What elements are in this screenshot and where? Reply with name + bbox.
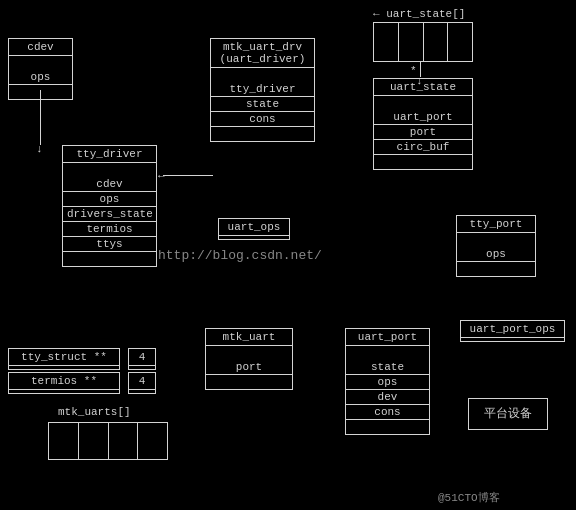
watermark: http://blog.csdn.net/ <box>158 248 322 263</box>
tty-port-box: tty_port ops <box>456 215 536 277</box>
num4a-label: 4 <box>129 349 155 366</box>
uart-state-title: uart_state <box>374 79 472 96</box>
mtk-uart-drv-box: mtk_uart_drv(uart_driver) tty_driver sta… <box>210 38 315 142</box>
uart-port-main-field-cons: cons <box>346 405 429 420</box>
tty-port-title: tty_port <box>457 216 535 233</box>
platform-dev-box: 平台设备 <box>468 398 548 430</box>
connector-arrow-left: ← <box>158 170 165 182</box>
uart-port-ops-box: uart_port_ops <box>460 320 565 342</box>
tty-driver-box: tty_driver cdev ops drivers_state termio… <box>62 145 157 267</box>
termios-box: termios ** <box>8 372 120 394</box>
uart-state-field-uart-port: uart_port <box>374 110 472 125</box>
uart-ops-title: uart_ops <box>219 219 289 236</box>
mtk-uart-drv-field-cons: cons <box>211 112 314 127</box>
mtk-uarts-label: mtk_uarts[] <box>58 406 131 418</box>
tty-driver-field-termios: termios <box>63 222 156 237</box>
tty-driver-field-cdev: cdev <box>63 177 156 192</box>
tty-driver-field-ops: ops <box>63 192 156 207</box>
connector-h1 <box>163 175 213 176</box>
uart-state-arr-box <box>373 22 473 62</box>
mtk-uart-drv-field-tty-driver: tty_driver <box>211 82 314 97</box>
tty-driver-title: tty_driver <box>63 146 156 163</box>
uart-port-ops-title: uart_port_ops <box>461 321 564 338</box>
platform-dev-label: 平台设备 <box>484 407 532 421</box>
uart-state-arr-label: ← uart_state[] <box>373 8 465 20</box>
num4b-label: 4 <box>129 373 155 390</box>
connector-cdev-ttyd <box>40 90 41 145</box>
mtk-uart-field-port: port <box>206 360 292 375</box>
termios-label: termios ** <box>9 373 119 390</box>
diagram: cdev ops tty_driver cdev ops drivers_sta… <box>0 0 576 510</box>
mtk-uart-drv-field-state: state <box>211 97 314 112</box>
connector-arrow-down2: ↓ <box>416 75 423 87</box>
tty-struct-box: tty_struct ** <box>8 348 120 370</box>
cdev-field-ops: ops <box>9 70 72 85</box>
tty-port-field-ops: ops <box>457 247 535 262</box>
uart-state-field-circ-buf: circ_buf <box>374 140 472 155</box>
mtk-uart-box: mtk_uart port <box>205 328 293 390</box>
mtk-uart-drv-title: mtk_uart_drv(uart_driver) <box>211 39 314 68</box>
mtk-uarts-arr-box <box>48 422 168 460</box>
connector-arrow-down: ↓ <box>36 143 43 155</box>
tty-driver-field-ttys: ttys <box>63 237 156 252</box>
tty-struct-label: tty_struct ** <box>9 349 119 366</box>
uart-port-main-title: uart_port <box>346 329 429 346</box>
uart-port-main-box: uart_port state ops dev cons <box>345 328 430 435</box>
uart-ops-box: uart_ops <box>218 218 290 240</box>
uart-port-main-field-dev: dev <box>346 390 429 405</box>
uart-port-main-field-ops: ops <box>346 375 429 390</box>
mtk-uart-title: mtk_uart <box>206 329 292 346</box>
cdev-title: cdev <box>9 39 72 56</box>
credit-label: @51CTO博客 <box>438 490 500 505</box>
num4a-box: 4 <box>128 348 156 370</box>
num4b-box: 4 <box>128 372 156 394</box>
tty-driver-field-drivers-state: drivers_state <box>63 207 156 222</box>
uart-state-box: uart_state uart_port port circ_buf <box>373 78 473 170</box>
uart-state-field-port: port <box>374 125 472 140</box>
uart-port-main-field-state: state <box>346 360 429 375</box>
